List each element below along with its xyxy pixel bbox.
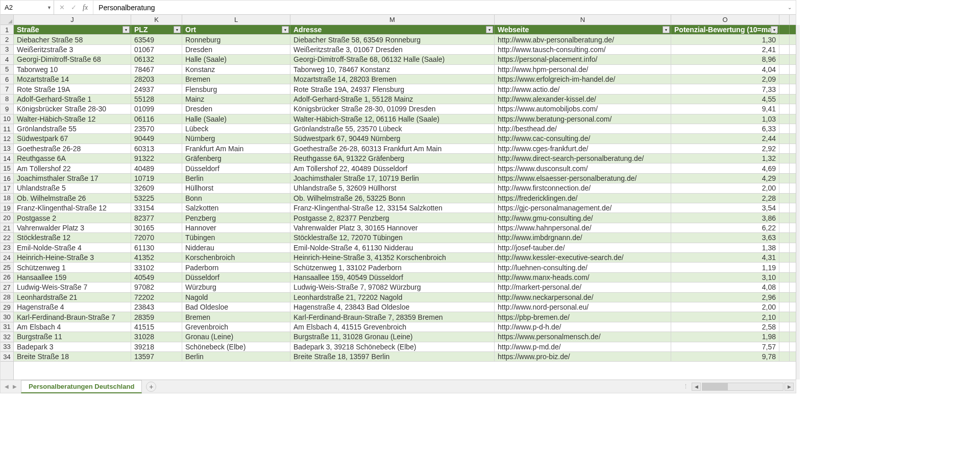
cell-pot[interactable]: 7,33 [671, 84, 779, 93]
cell-plz[interactable]: 72070 [131, 233, 182, 242]
name-box[interactable]: ▼ [1, 1, 54, 14]
cancel-icon[interactable]: ✕ [59, 4, 65, 11]
cell-plz[interactable]: 41515 [131, 322, 182, 332]
row-header-28[interactable]: 28 [1, 293, 13, 302]
add-sheet-button[interactable]: + [146, 382, 156, 392]
cell-web[interactable]: http://www.alexander-kissel.de/ [495, 95, 671, 104]
row-header-34[interactable]: 34 [1, 352, 13, 362]
cell-strasse[interactable]: Burgstraße 11 [14, 332, 131, 341]
table-row[interactable]: Vahrenwalder Platz 330165HannoverVahrenw… [14, 223, 796, 233]
cell-plz[interactable]: 39218 [131, 342, 182, 351]
row-header-15[interactable]: 15 [1, 163, 13, 173]
table-row[interactable]: Georgi-Dimitroff-Straße 6806132Halle (Sa… [14, 55, 796, 64]
table-row[interactable]: Am Töllershof 2240489DüsseldorfAm Töller… [14, 163, 796, 173]
cell-pot[interactable]: 2,10 [671, 312, 779, 321]
table-row[interactable]: Hagenstraße 423843Bad OldesloeHagenstraß… [14, 302, 796, 312]
cell-pot[interactable]: 2,58 [671, 322, 779, 332]
table-header-cell[interactable]: Potenzial-Bewertung (10=max)▼ [671, 25, 779, 34]
cell-strasse[interactable]: Heinrich-Heine-Straße 3 [14, 253, 131, 262]
table-row[interactable]: Joachimsthaler Straße 1710719BerlinJoach… [14, 174, 796, 183]
row-header-4[interactable]: 4 [1, 55, 13, 64]
cell-web[interactable]: http://www.firstconnection.de/ [495, 183, 671, 193]
table-row[interactable]: Südwestpark 6790449NürnbergSüdwestpark 6… [14, 134, 796, 144]
cell-adresse[interactable]: Joachimsthaler Straße 17, 10719 Berlin [290, 174, 495, 183]
cell-plz[interactable]: 32609 [131, 183, 182, 193]
cell-strasse[interactable]: Weißeritzstraße 3 [14, 45, 131, 54]
cell-strasse[interactable]: Ludwig-Weis-Straße 7 [14, 282, 131, 292]
chevron-down-icon[interactable]: ▼ [47, 5, 52, 10]
cell-adresse[interactable]: Heinrich-Heine-Straße 3, 41352 Korschenb… [290, 253, 495, 262]
table-row[interactable]: Heinrich-Heine-Straße 341352Korschenbroi… [14, 253, 796, 263]
cell-ort[interactable]: Mainz [182, 95, 290, 104]
cell-pot[interactable]: 9,78 [671, 352, 779, 361]
cell-strasse[interactable]: Schützenweg 1 [14, 263, 131, 272]
cell-ort[interactable]: Paderborn [182, 263, 290, 272]
scroll-track[interactable] [702, 383, 783, 391]
cell-plz[interactable]: 63549 [131, 35, 182, 44]
row-header-25[interactable]: 25 [1, 263, 13, 272]
table-row[interactable]: Ludwig-Weis-Straße 797082WürzburgLudwig-… [14, 282, 796, 292]
cell-pot[interactable]: 3,54 [671, 203, 779, 213]
cell-ort[interactable]: Nürnberg [182, 134, 290, 143]
cell-adresse[interactable]: Burgstraße 11, 31028 Gronau (Leine) [290, 332, 495, 341]
row-header-22[interactable]: 22 [1, 233, 13, 243]
column-header-L[interactable]: L [182, 15, 290, 25]
cell-ort[interactable]: Würzburg [182, 282, 290, 292]
row-header-33[interactable]: 33 [1, 342, 13, 352]
cell-web[interactable]: http://www.manx-heads.com/ [495, 273, 671, 282]
row-header-17[interactable]: 17 [1, 183, 13, 193]
cell-web[interactable]: http://www.tausch-consulting.com/ [495, 45, 671, 54]
cell-adresse[interactable]: Grönlandstraße 55, 23570 Lübeck [290, 124, 495, 133]
cell-ort[interactable]: Düsseldorf [182, 163, 290, 173]
cell-web[interactable]: http://www.direct-search-personalberatun… [495, 154, 671, 163]
row-header-12[interactable]: 12 [1, 134, 13, 144]
row-header-19[interactable]: 19 [1, 203, 13, 213]
table-row[interactable]: Franz-Klingenthal-Straße 1233154Salzkott… [14, 203, 796, 213]
cell-plz[interactable]: 06116 [131, 114, 182, 124]
cell-plz[interactable]: 91322 [131, 154, 182, 163]
scroll-left-icon[interactable]: ◀ [692, 383, 701, 391]
cell-pot[interactable]: 4,31 [671, 253, 779, 262]
cell-web[interactable]: https://personal-placement.info/ [495, 55, 671, 64]
row-header-30[interactable]: 30 [1, 312, 13, 322]
table-row[interactable]: Breite Straße 1813597BerlinBreite Straße… [14, 352, 796, 362]
cell-web[interactable]: http://www.p-md.de/ [495, 342, 671, 351]
prev-sheet-icon[interactable]: ◀ [5, 384, 9, 389]
cell-adresse[interactable]: Rote Straße 19A, 24937 Flensburg [290, 84, 495, 93]
cell-pot[interactable]: 4,69 [671, 163, 779, 173]
row-header-7[interactable]: 7 [1, 84, 13, 94]
row-header-5[interactable]: 5 [1, 65, 13, 75]
cell-ort[interactable]: Penzberg [182, 213, 290, 222]
row-header-18[interactable]: 18 [1, 194, 13, 203]
cell-pot[interactable]: 1,98 [671, 332, 779, 341]
cell-strasse[interactable]: Taborweg 10 [14, 65, 131, 74]
column-header-J[interactable]: J [14, 15, 131, 25]
column-header-K[interactable]: K [131, 15, 182, 25]
cell-strasse[interactable]: Breite Straße 18 [14, 352, 131, 361]
cell-ort[interactable]: Tübingen [182, 233, 290, 242]
row-header-6[interactable]: 6 [1, 75, 13, 84]
cell-ort[interactable]: Lübeck [182, 124, 290, 133]
cell-ort[interactable]: Dresden [182, 104, 290, 113]
cell-adresse[interactable]: Reuthgasse 6A, 91322 Gräfenberg [290, 154, 495, 163]
cell-plz[interactable]: 30165 [131, 223, 182, 232]
cell-plz[interactable]: 33102 [131, 263, 182, 272]
cell-adresse[interactable]: Hagenstraße 4, 23843 Bad Oldesloe [290, 302, 495, 312]
cell-adresse[interactable]: Königsbrücker Straße 28-30, 01099 Dresde… [290, 104, 495, 113]
cell-adresse[interactable]: Badepark 3, 39218 Schönebeck (Elbe) [290, 342, 495, 351]
cell-web[interactable]: http://www.actio.de/ [495, 84, 671, 93]
cell-web[interactable]: http://www.cac-consulting.de/ [495, 134, 671, 143]
cell-adresse[interactable]: Uhlandstraße 5, 32609 Hüllhorst [290, 183, 495, 193]
cell-ort[interactable]: Bonn [182, 194, 290, 203]
cell-ort[interactable]: Düsseldorf [182, 273, 290, 282]
table-row[interactable]: Reuthgasse 6A91322GräfenbergReuthgasse 6… [14, 154, 796, 163]
cell-ort[interactable]: Ronneburg [182, 35, 290, 44]
cell-pot[interactable]: 6,22 [671, 223, 779, 232]
cell-strasse[interactable]: Badepark 3 [14, 342, 131, 351]
table-row[interactable]: Rote Straße 19A24937FlensburgRote Straße… [14, 84, 796, 94]
table-row[interactable]: Leonhardstraße 2172202NagoldLeonhardstra… [14, 293, 796, 302]
cell-ort[interactable]: Nidderau [182, 243, 290, 252]
table-header-cell[interactable]: Straße▼ [14, 25, 131, 34]
cell-web[interactable]: http://www.neckarpersonal.de/ [495, 293, 671, 302]
cell-adresse[interactable]: Diebacher Straße 58, 63549 Ronneburg [290, 35, 495, 44]
